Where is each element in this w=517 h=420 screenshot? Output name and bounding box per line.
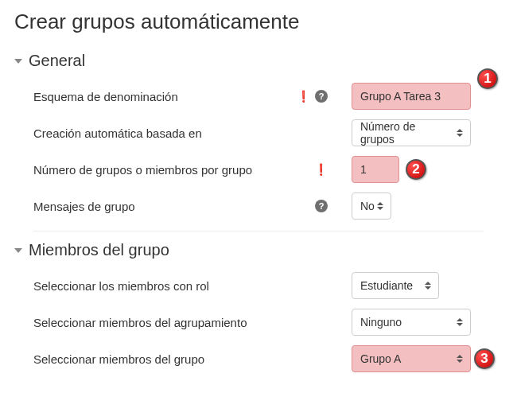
chevron-updown-icon <box>456 129 464 137</box>
help-icon[interactable]: ? <box>315 90 328 103</box>
required-icon: ❗ <box>297 90 310 103</box>
chevron-updown-icon <box>456 318 464 326</box>
callout-1: 1 <box>477 68 498 89</box>
chevron-down-icon <box>14 248 22 253</box>
chevron-down-icon <box>14 59 22 64</box>
group-select[interactable]: Grupo A <box>352 345 471 372</box>
section-general-toggle[interactable]: General <box>14 52 503 70</box>
count-label: Número de grupos o miembros por grupo <box>33 163 252 177</box>
section-divider <box>33 231 484 231</box>
naming-scheme-label: Esquema de denominación <box>33 90 178 103</box>
auto-based-select[interactable]: Número de grupos <box>352 119 471 146</box>
naming-scheme-input[interactable]: Grupo A Tarea 3 <box>352 83 471 110</box>
group-label: Seleccionar miembros del grupo <box>33 352 204 366</box>
section-members: Miembros del grupo Seleccionar los miemb… <box>14 241 503 377</box>
section-general-title: General <box>29 52 85 70</box>
callout-2: 2 <box>406 159 426 180</box>
auto-based-label: Creación automática basada en <box>33 126 202 140</box>
grouping-select[interactable]: Ninguno <box>352 309 471 336</box>
required-icon: ❗ <box>314 163 328 176</box>
section-members-toggle[interactable]: Miembros del grupo <box>14 241 503 259</box>
messages-select[interactable]: No <box>352 192 391 220</box>
count-input[interactable]: 1 <box>352 156 399 183</box>
callout-3: 3 <box>474 348 495 369</box>
chevron-updown-icon <box>424 282 432 290</box>
chevron-updown-icon <box>376 202 384 210</box>
section-general: General Esquema de denominación ❗ ? Grup… <box>14 52 503 224</box>
section-members-title: Miembros del grupo <box>29 241 169 259</box>
page-title: Crear grupos automáticamente <box>14 10 503 34</box>
chevron-updown-icon <box>456 355 464 363</box>
role-label: Seleccionar los miembros con rol <box>33 279 209 293</box>
help-icon[interactable]: ? <box>315 200 328 212</box>
grouping-label: Seleccionar miembros del agrupamiento <box>33 316 247 329</box>
role-select[interactable]: Estudiante <box>352 272 439 299</box>
messages-label: Mensajes de grupo <box>33 200 135 213</box>
